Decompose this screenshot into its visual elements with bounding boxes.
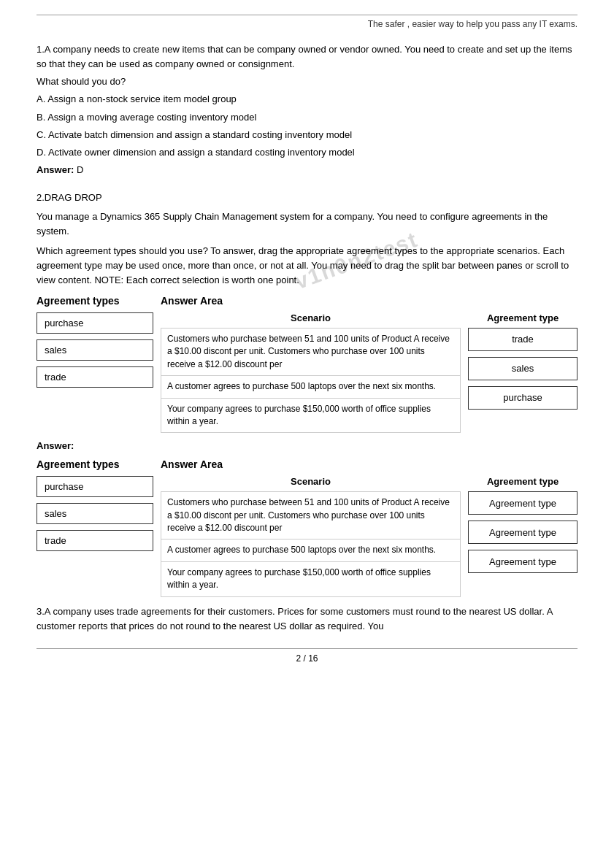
page: The safer , easier way to help you pass … <box>0 0 614 868</box>
agreement-types-header: Agreement types <box>37 295 153 307</box>
answer-agreement-types-header: Agreement types <box>37 458 153 470</box>
answer-answer-box-2[interactable]: Agreement type <box>468 521 577 544</box>
answer-agreement-type-answer-col: Agreement type Agreement type Agreement … <box>461 476 577 579</box>
answer-scenario-row-3: Your company agrees to purchase $150,000… <box>161 562 460 596</box>
tagline-text: The safer , easier way to help you pass … <box>368 19 577 29</box>
q1-subtext: What should you do? <box>37 74 577 89</box>
answer-area-inner: Scenario Customers who purchase between … <box>161 312 577 433</box>
agreement-type-answer-header: Agreement type <box>468 312 577 323</box>
header-tagline: The safer , easier way to help you pass … <box>37 15 577 29</box>
scenario-rows: Customers who purchase between 51 and 10… <box>161 328 461 433</box>
q1-option-d: D. Activate owner dimension and assign a… <box>37 145 577 160</box>
q2-intro: You manage a Dynamics 365 Supply Chain M… <box>37 210 577 239</box>
q1-text: 1.A company needs to create new items th… <box>37 42 577 72</box>
answer-answer-area-header: Answer Area <box>161 458 577 470</box>
q2-drag-table: Agreement types purchase sales trade Ans… <box>37 295 577 433</box>
q2-answer-label: Answer: <box>37 440 577 451</box>
footer: 2 / 16 <box>37 648 577 664</box>
answer-agreement-type-answer-header: Agreement type <box>468 476 577 487</box>
answer-answer-area-inner: Scenario Customers who purchase between … <box>161 476 577 596</box>
scenario-col: Scenario Customers who purchase between … <box>161 312 461 433</box>
answer-agreement-types-col: Agreement types purchase sales trade <box>37 458 153 557</box>
answer-scenario-rows: Customers who purchase between 51 and 10… <box>161 491 461 596</box>
q1-option-a: A. Assign a non-stock service item model… <box>37 92 577 107</box>
type-box-trade[interactable]: trade <box>37 366 153 388</box>
answer-area-col: Answer Area Scenario Customers who purch… <box>153 295 577 433</box>
answer-box-3[interactable]: purchase <box>468 386 577 410</box>
scenario-row-2: A customer agrees to purchase 500 laptop… <box>161 376 460 398</box>
answer-scenario-col: Scenario Customers who purchase between … <box>161 476 461 596</box>
answer-area-header: Answer Area <box>161 295 577 307</box>
agreement-types-col: Agreement types purchase sales trade <box>37 295 153 393</box>
scenario-row-3: Your company agrees to purchase $150,000… <box>161 399 460 433</box>
q2-number-type: 2.DRAG DROP <box>37 191 577 205</box>
q2-answer-table: Agreement types purchase sales trade Ans… <box>37 458 577 596</box>
answer-answer-box-3[interactable]: Agreement type <box>468 550 577 573</box>
answer-scenario-row-1: Customers who purchase between 51 and 10… <box>161 492 460 539</box>
q3-text: 3.A company uses trade agreements for th… <box>37 604 577 634</box>
answer-boxes: trade sales purchase <box>468 328 577 415</box>
type-box-sales[interactable]: sales <box>37 339 153 361</box>
answer-box-2[interactable]: sales <box>468 357 577 380</box>
answer-answer-boxes: Agreement type Agreement type Agreement … <box>468 491 577 579</box>
q1-option-b: B. Assign a moving average costing inven… <box>37 110 577 125</box>
question-2: 2.DRAG DROP You manage a Dynamics 365 Su… <box>37 191 577 597</box>
answer-type-box-trade[interactable]: trade <box>37 530 153 551</box>
scenario-row-1: Customers who purchase between 51 and 10… <box>161 329 460 376</box>
q1-option-c: C. Activate batch dimension and assign a… <box>37 128 577 142</box>
page-number: 2 / 16 <box>296 653 318 664</box>
answer-scenario-row-2: A customer agrees to purchase 500 laptop… <box>161 539 460 561</box>
type-box-purchase[interactable]: purchase <box>37 312 153 334</box>
answer-type-box-purchase[interactable]: purchase <box>37 476 153 497</box>
question-3: 3.A company uses trade agreements for th… <box>37 604 577 634</box>
answer-scenario-header: Scenario <box>161 476 461 487</box>
answer-answer-area-col: Answer Area Scenario Customers who purch… <box>153 458 577 596</box>
agreement-type-answer-col: Agreement type trade sales purchase <box>461 312 577 415</box>
q2-instruction: Which agreement types should you use? To… <box>37 244 577 288</box>
answer-box-1[interactable]: trade <box>468 328 577 351</box>
question-1: 1.A company needs to create new items th… <box>37 42 577 177</box>
answer-answer-box-1[interactable]: Agreement type <box>468 491 577 515</box>
q1-answer: Answer: D <box>37 163 577 177</box>
answer-type-box-sales[interactable]: sales <box>37 503 153 524</box>
scenario-header: Scenario <box>161 312 461 323</box>
